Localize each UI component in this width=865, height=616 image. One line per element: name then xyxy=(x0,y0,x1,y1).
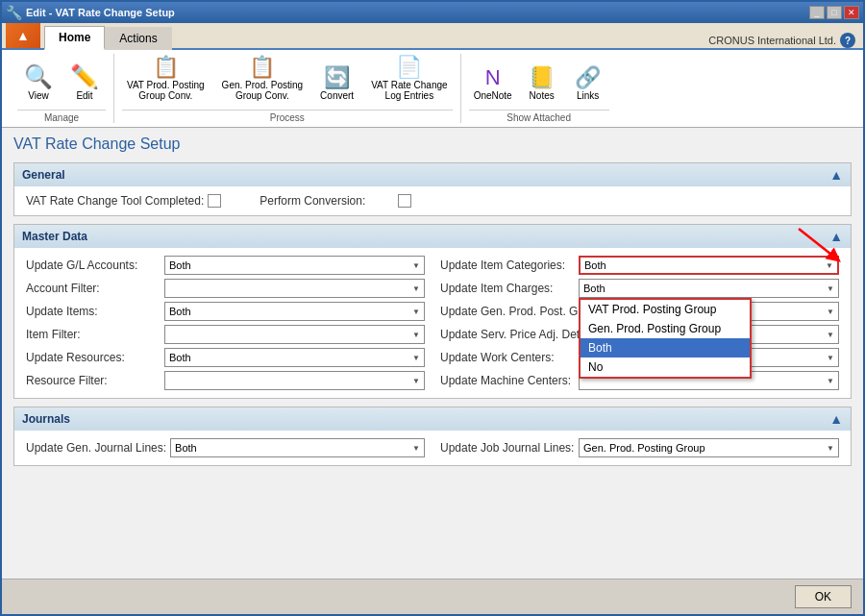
page-title: VAT Rate Change Setup xyxy=(13,136,852,153)
update-item-charges-label: Update Item Charges: xyxy=(440,282,575,295)
update-resources-dropdown[interactable]: Both ▼ xyxy=(164,348,425,367)
update-item-charges-dropdown[interactable]: Both ▼ xyxy=(579,279,839,298)
item-filter-dropdown[interactable]: ▼ xyxy=(164,325,425,344)
option-no[interactable]: No xyxy=(581,357,750,377)
links-icon: 🔗 xyxy=(575,67,601,88)
perform-conversion-checkbox[interactable] xyxy=(398,194,411,208)
vat-rate-log-button[interactable]: 📄 VAT Rate ChangeLog Entries xyxy=(366,54,453,104)
company-name: CRONUS International Ltd. ? xyxy=(708,33,855,48)
account-filter-label: Account Filter: xyxy=(26,282,161,295)
section-journals-title: Journals xyxy=(22,412,70,426)
edit-button[interactable]: ✏️ Edit xyxy=(63,62,106,104)
option-gen-prod[interactable]: Gen. Prod. Posting Group xyxy=(581,319,750,338)
section-master-data-header[interactable]: Master Data ▲ xyxy=(14,225,851,248)
update-work-centers-arrow: ▼ xyxy=(827,354,834,362)
resource-filter-dropdown[interactable]: ▼ xyxy=(164,371,425,390)
gen-prod-posting-button[interactable]: 📋 Gen. Prod. PostingGroup Conv. xyxy=(217,54,309,104)
update-gl-accounts-value: Both xyxy=(169,259,191,271)
resource-filter-row: Resource Filter: ▼ xyxy=(26,369,425,392)
update-items-row: Update Items: Both ▼ xyxy=(26,300,425,323)
vat-prod-posting-button[interactable]: 📋 VAT Prod. PostingGroup Conv. xyxy=(122,54,210,104)
resource-filter-label: Resource Filter: xyxy=(26,374,161,387)
update-job-journal-lines-arrow: ▼ xyxy=(827,444,834,453)
section-journals-header[interactable]: Journals ▲ xyxy=(14,407,851,431)
manage-group-label: Manage xyxy=(17,110,106,123)
links-button[interactable]: 🔗 Links xyxy=(567,64,609,104)
gen-prod-posting-label: Gen. Prod. PostingGroup Conv. xyxy=(222,80,304,101)
vat-prod-posting-icon: 📋 xyxy=(153,57,179,78)
work-centers-dropdown-popup: VAT Prod. Posting Group Gen. Prod. Posti… xyxy=(579,298,752,379)
vat-tool-completed-checkbox[interactable] xyxy=(208,194,221,208)
update-gen-journal-lines-value: Both xyxy=(175,442,197,454)
ribbon-body: 🔍 View ✏️ Edit Manage 📋 VAT Prod. Postin… xyxy=(2,50,863,128)
minimize-button[interactable]: _ xyxy=(809,6,825,19)
update-item-categories-row: Update Item Categories: Both ▼ xyxy=(440,254,839,277)
perform-conversion-label: Perform Conversion: xyxy=(260,194,394,208)
maximize-button[interactable]: □ xyxy=(827,6,842,19)
update-gl-accounts-dropdown[interactable]: Both ▼ xyxy=(164,256,425,275)
update-items-dropdown[interactable]: Both ▼ xyxy=(164,302,425,321)
onenote-icon: N xyxy=(485,67,501,88)
account-filter-dropdown[interactable]: ▼ xyxy=(164,279,425,298)
ribbon-group-manage: 🔍 View ✏️ Edit Manage xyxy=(10,54,114,123)
convert-button[interactable]: 🔄 Convert xyxy=(315,64,358,104)
view-button[interactable]: 🔍 View xyxy=(17,62,60,104)
update-work-centers-label: Update Work Centers: xyxy=(440,351,575,364)
section-general-header[interactable]: General ▲ xyxy=(14,163,851,186)
perform-conversion-row: Perform Conversion: xyxy=(260,192,411,209)
vat-rate-log-label: VAT Rate ChangeLog Entries xyxy=(371,80,448,101)
option-both[interactable]: Both xyxy=(581,338,750,357)
ribbon-group-process: 📋 VAT Prod. PostingGroup Conv. 📋 Gen. Pr… xyxy=(114,54,461,123)
update-gl-accounts-arrow: ▼ xyxy=(412,261,420,270)
tab-home[interactable]: Home xyxy=(44,26,105,50)
notes-icon: 📒 xyxy=(529,67,555,88)
update-gen-journal-lines-arrow: ▼ xyxy=(412,444,420,453)
journals-right: Update Job Journal Lines: Gen. Prod. Pos… xyxy=(440,436,839,459)
item-filter-label: Item Filter: xyxy=(26,328,161,341)
update-item-charges-value: Both xyxy=(583,283,606,294)
update-item-charges-row: Update Item Charges: Both ▼ VAT Prod. Po… xyxy=(440,277,839,300)
close-button[interactable]: ✕ xyxy=(844,6,859,19)
update-job-journal-lines-row: Update Job Journal Lines: Gen. Prod. Pos… xyxy=(440,436,839,459)
journals-grid: Update Gen. Journal Lines: Both ▼ Upda xyxy=(26,436,839,459)
show-attached-label: Show Attached xyxy=(469,110,609,123)
update-resources-row: Update Resources: Both ▼ xyxy=(26,346,425,369)
update-gen-journal-lines-dropdown[interactable]: Both ▼ xyxy=(170,438,425,457)
journals-left: Update Gen. Journal Lines: Both ▼ xyxy=(26,436,425,459)
convert-label: Convert xyxy=(320,90,354,101)
red-arrow-annotation xyxy=(789,224,847,264)
notes-button[interactable]: 📒 Notes xyxy=(521,64,563,104)
ok-button[interactable]: OK xyxy=(795,585,852,608)
section-master-data: Master Data ▲ Update G/L Accounts: Both xyxy=(13,224,852,399)
section-journals-collapse-icon: ▲ xyxy=(829,411,843,427)
onenote-button[interactable]: N OneNote xyxy=(469,64,517,104)
option-vat-prod[interactable]: VAT Prod. Posting Group xyxy=(581,300,750,319)
update-gen-prod-post-groups-arrow: ▼ xyxy=(827,308,834,316)
update-resources-arrow: ▼ xyxy=(412,354,420,362)
update-items-value: Both xyxy=(169,306,191,317)
ribbon-tabs: ▲ Home Actions CRONUS International Ltd.… xyxy=(2,23,863,50)
vat-prod-posting-label: VAT Prod. PostingGroup Conv. xyxy=(127,80,205,101)
item-filter-arrow: ▼ xyxy=(412,331,420,339)
process-group-label: Process xyxy=(122,110,453,123)
view-label: View xyxy=(28,90,49,101)
master-data-right: Update Item Categories: Both ▼ xyxy=(440,254,839,392)
update-item-charges-arrow: ▼ xyxy=(827,284,834,293)
master-data-grid: Update G/L Accounts: Both ▼ Account Filt… xyxy=(26,254,839,392)
vat-tool-completed-label: VAT Rate Change Tool Completed: xyxy=(26,194,204,208)
app-logo-icon: ▲ xyxy=(16,28,30,43)
section-master-data-body: Update G/L Accounts: Both ▼ Account Filt… xyxy=(14,248,851,398)
ribbon-group-attached: N OneNote 📒 Notes 🔗 Links Show Attached xyxy=(461,54,617,123)
help-icon[interactable]: ? xyxy=(840,33,855,48)
update-job-journal-lines-dropdown[interactable]: Gen. Prod. Posting Group ▼ xyxy=(579,438,839,457)
vat-tool-completed-row: VAT Rate Change Tool Completed: xyxy=(26,192,221,209)
resource-filter-arrow: ▼ xyxy=(412,377,420,385)
tab-actions[interactable]: Actions xyxy=(105,27,171,50)
section-general-collapse-icon: ▲ xyxy=(829,167,843,183)
update-resources-value: Both xyxy=(169,352,191,363)
section-general: General ▲ VAT Rate Change Tool Completed… xyxy=(13,162,852,216)
convert-icon: 🔄 xyxy=(324,67,350,88)
update-items-arrow: ▼ xyxy=(412,308,420,316)
update-item-categories-dropdown[interactable]: Both ▼ xyxy=(579,256,839,275)
window-title: Edit - VAT Rate Change Setup xyxy=(26,7,175,18)
